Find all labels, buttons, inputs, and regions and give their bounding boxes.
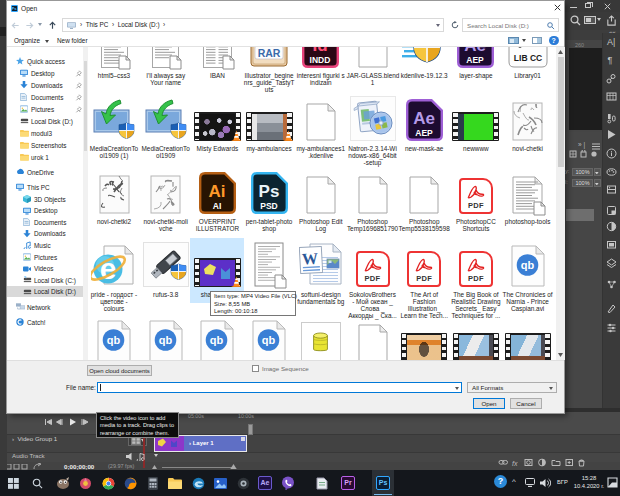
svg-text:Ps: Ps xyxy=(258,182,279,201)
svg-text:AEP: AEP xyxy=(467,55,485,65)
svg-text:A|: A| xyxy=(607,37,615,47)
svg-text:qb: qb xyxy=(107,334,121,346)
svg-text:INDD: INDD xyxy=(310,55,331,65)
svg-text:PSD: PSD xyxy=(260,201,277,211)
svg-text:W: W xyxy=(301,250,318,268)
svg-text:AI: AI xyxy=(213,201,222,211)
svg-text:AEP: AEP xyxy=(415,128,433,138)
svg-text:qb: qb xyxy=(210,334,224,346)
svg-text:¶: ¶ xyxy=(608,55,613,65)
svg-text:Ae: Ae xyxy=(413,109,435,128)
svg-text:LIB CC: LIB CC xyxy=(513,53,541,63)
svg-text:qb: qb xyxy=(262,334,276,346)
svg-text:fx: fx xyxy=(512,460,518,467)
svg-text:Ai: Ai xyxy=(208,182,225,201)
svg-text:qb: qb xyxy=(520,259,534,271)
svg-text:qb: qb xyxy=(158,334,172,346)
svg-text:RAR: RAR xyxy=(258,47,281,59)
